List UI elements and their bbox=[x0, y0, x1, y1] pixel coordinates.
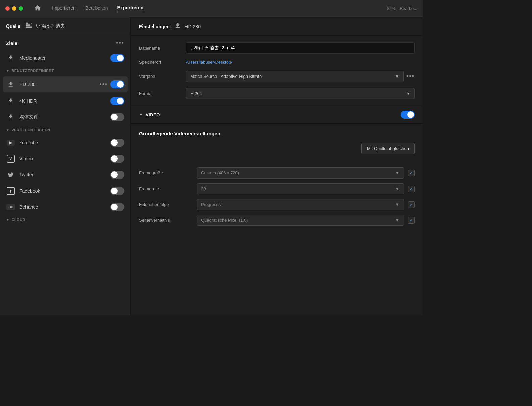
vorgabe-wrapper: Match Source - Adaptive High Bitrate ▼ •… bbox=[186, 71, 415, 82]
grundlegende-title: Grundlegende Videoeinstellungen bbox=[139, 131, 415, 136]
ziele-more-button[interactable]: ••• bbox=[116, 40, 124, 47]
vorgabe-value: Match Source - Adaptive High Bitrate bbox=[190, 74, 262, 79]
tab-importieren[interactable]: Importieren bbox=[52, 5, 76, 12]
facebook-toggle[interactable] bbox=[110, 187, 124, 195]
twitter-toggle[interactable] bbox=[110, 171, 124, 179]
feldreihenfolge-select[interactable]: Progressiv ▼ bbox=[197, 199, 404, 210]
hdr4k-toggle[interactable] bbox=[110, 97, 124, 105]
feldreihenfolge-chevron-icon: ▼ bbox=[395, 202, 400, 207]
format-value: H.264 bbox=[190, 91, 202, 96]
behance-item[interactable]: Bē Behance bbox=[0, 199, 130, 215]
settings-value: HD 280 bbox=[184, 24, 200, 29]
facebook-item[interactable]: f Facebook bbox=[0, 183, 130, 199]
framegrosse-value: Custom (406 x 720) bbox=[201, 170, 239, 175]
speicherort-label: Speicherort bbox=[139, 60, 186, 65]
framerate-select[interactable]: 30 ▼ bbox=[197, 183, 404, 194]
source-icon bbox=[25, 22, 33, 30]
youtube-item[interactable]: ▶ YouTube bbox=[0, 135, 130, 151]
media-file-icon bbox=[6, 112, 15, 122]
format-row: Format H.264 ▼ bbox=[139, 88, 415, 99]
media-file-label: 媒体文件 bbox=[19, 114, 106, 120]
window-title: $#% - Bearbe... bbox=[387, 6, 417, 11]
seitenverh-select[interactable]: Quadratische Pixel (1,0) ▼ bbox=[197, 215, 404, 226]
dateiname-input[interactable] bbox=[186, 42, 415, 54]
speicherort-control: /Users/labuser/Desktop/ bbox=[186, 60, 415, 65]
settings-header: Einstellungen: HD 280 bbox=[131, 17, 423, 36]
twitter-icon bbox=[6, 170, 15, 180]
home-icon[interactable] bbox=[34, 4, 41, 13]
hdr4k-icon bbox=[6, 96, 15, 106]
veroffentlichen-label: VERÖFFENTLICHEN bbox=[11, 128, 50, 132]
framegrosse-checkbox[interactable]: ✓ bbox=[408, 170, 415, 176]
right-panel: Einstellungen: HD 280 Dateiname Speicher… bbox=[131, 17, 423, 315]
video-chevron-icon[interactable]: ▼ bbox=[139, 112, 143, 117]
vimeo-item[interactable]: V Vimeo bbox=[0, 151, 130, 167]
format-chevron-icon: ▼ bbox=[406, 91, 410, 96]
dateiname-label: Dateiname bbox=[139, 46, 186, 51]
framerate-row: Framerate 30 ▼ ✓ bbox=[139, 183, 415, 194]
mediendatei-item[interactable]: Mediendatei bbox=[0, 50, 130, 66]
seitenverh-checkbox[interactable]: ✓ bbox=[408, 217, 415, 224]
nav-tabs: Importieren Bearbeiten Exportieren bbox=[52, 5, 383, 12]
format-wrapper: H.264 ▼ bbox=[186, 88, 415, 99]
form-section: Dateiname Speicherort /Users/labuser/Des… bbox=[131, 36, 423, 106]
hdr4k-label: 4K HDR bbox=[19, 98, 106, 104]
minimize-button[interactable] bbox=[12, 6, 16, 11]
vorgabe-row: Vorgabe Match Source - Adaptive High Bit… bbox=[139, 71, 415, 82]
vorgabe-select[interactable]: Match Source - Adaptive High Bitrate ▼ bbox=[186, 71, 404, 82]
youtube-label: YouTube bbox=[19, 140, 106, 145]
video-label: VIDEO bbox=[146, 112, 160, 117]
feldreihenfolge-checkbox[interactable]: ✓ bbox=[408, 201, 415, 208]
vorgabe-label: Vorgabe bbox=[139, 74, 186, 79]
framerate-chevron-icon: ▼ bbox=[395, 186, 400, 191]
framegrosse-select[interactable]: Custom (406 x 720) ▼ bbox=[197, 167, 404, 179]
media-file-toggle[interactable] bbox=[110, 113, 124, 121]
facebook-icon: f bbox=[6, 186, 15, 196]
vimeo-toggle[interactable] bbox=[110, 155, 124, 163]
twitter-label: Twitter bbox=[19, 172, 106, 177]
tab-exportieren[interactable]: Exportieren bbox=[117, 5, 144, 12]
source-label: Quelle: bbox=[6, 23, 22, 29]
veroffentlichen-chevron-icon: ▼ bbox=[6, 128, 9, 132]
video-section-header: ▼ VIDEO bbox=[131, 106, 423, 124]
video-header-left: ▼ VIDEO bbox=[139, 112, 160, 117]
hd280-more-button[interactable]: ••• bbox=[99, 81, 108, 88]
hdr4k-item[interactable]: 4K HDR bbox=[0, 93, 130, 109]
framegrosse-chevron-icon: ▼ bbox=[395, 170, 400, 175]
framerate-checkbox[interactable]: ✓ bbox=[408, 186, 415, 192]
titlebar: Importieren Bearbeiten Exportieren $#% -… bbox=[0, 0, 423, 17]
svg-rect-0 bbox=[26, 23, 28, 24]
dateiname-row: Dateiname bbox=[139, 42, 415, 54]
hd280-toggle[interactable] bbox=[110, 80, 124, 88]
settings-label: Einstellungen: bbox=[139, 24, 171, 29]
video-toggle[interactable] bbox=[401, 111, 415, 119]
youtube-toggle[interactable] bbox=[110, 139, 124, 147]
hd280-label: HD 280 bbox=[19, 82, 95, 87]
speicherort-link[interactable]: /Users/labuser/Desktop/ bbox=[186, 60, 232, 65]
vimeo-label: Vimeo bbox=[19, 156, 106, 161]
seitenverh-value: Quadratische Pixel (1,0) bbox=[201, 218, 248, 223]
tab-bearbeiten[interactable]: Bearbeiten bbox=[85, 5, 108, 12]
maximize-button[interactable] bbox=[19, 6, 23, 11]
close-button[interactable] bbox=[5, 6, 10, 11]
video-section: ▼ VIDEO Grundlegende Videoeinstellungen … bbox=[131, 106, 423, 237]
match-source-button[interactable]: Mit Quelle abgleichen bbox=[361, 143, 415, 154]
behance-toggle[interactable] bbox=[110, 203, 124, 211]
framegrosse-row: Framegröße Custom (406 x 720) ▼ ✓ bbox=[139, 167, 415, 179]
benutzerdefiniert-label: BENUTZERDEFINIERT bbox=[11, 69, 54, 73]
youtube-icon: ▶ bbox=[6, 138, 15, 147]
feldreihenfolge-label: Feldreihenfolge bbox=[139, 202, 193, 207]
twitter-item[interactable]: Twitter bbox=[0, 167, 130, 183]
format-select[interactable]: H.264 ▼ bbox=[186, 88, 415, 99]
mediendatei-label: Mediendatei bbox=[19, 55, 106, 61]
media-file-item[interactable]: 媒体文件 bbox=[0, 109, 130, 125]
video-body: Grundlegende Videoeinstellungen Mit Quel… bbox=[131, 124, 423, 237]
svg-rect-2 bbox=[26, 27, 32, 28]
cloud-label: CLOUD bbox=[11, 218, 25, 222]
hd280-item[interactable]: HD 280 ••• bbox=[3, 76, 128, 92]
mediendatei-toggle[interactable] bbox=[110, 54, 124, 62]
feldreihenfolge-value: Progressiv bbox=[201, 202, 221, 207]
vorgabe-more-button[interactable]: ••• bbox=[406, 73, 415, 80]
svg-rect-1 bbox=[26, 24, 30, 26]
traffic-lights bbox=[5, 6, 23, 11]
